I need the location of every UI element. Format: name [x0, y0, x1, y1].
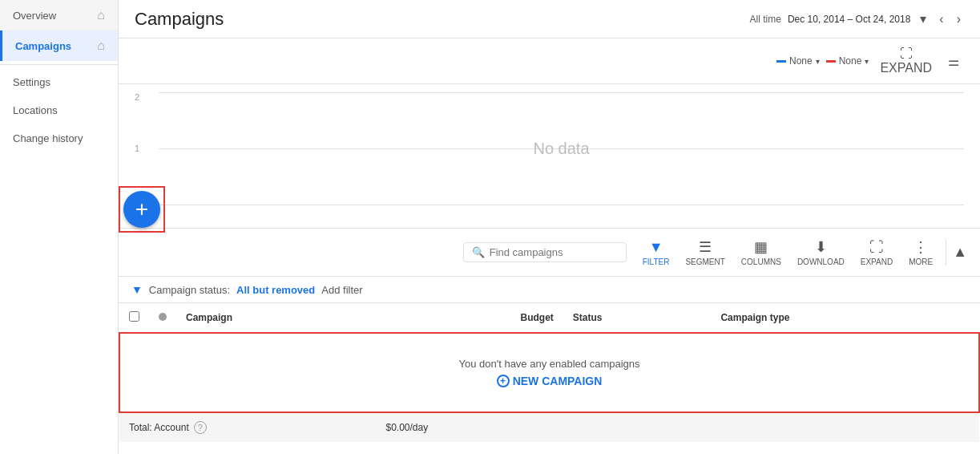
- date-range: Dec 10, 2014 – Oct 24, 2018: [788, 14, 910, 25]
- sidebar-item-settings[interactable]: Settings: [0, 68, 118, 96]
- collapse-btn[interactable]: ▲: [953, 244, 967, 261]
- chart-settings-btn[interactable]: ⚌: [943, 51, 964, 72]
- download-label: DOWNLOAD: [797, 257, 845, 266]
- segment1-dot: [776, 60, 786, 63]
- sidebar-divider: [0, 64, 118, 65]
- new-campaign-btn[interactable]: + NEW CAMPAIGN: [497, 375, 603, 387]
- alltime-label: All time: [750, 14, 781, 25]
- toolbar-divider: [946, 240, 946, 266]
- add-campaign-container: +: [119, 186, 165, 233]
- table-toolbar: 🔍 ▼ FILTER ☰ SEGMENT ▦ COLUMNS ⬇ DOWNLOA…: [119, 229, 980, 277]
- no-data-text: No data: [533, 140, 589, 158]
- th-campaign: Campaign: [176, 303, 376, 333]
- expand-icon: ⛶: [900, 47, 913, 61]
- sidebar-item-label: Settings: [13, 76, 50, 88]
- plus-icon: +: [135, 197, 148, 222]
- th-status-dot: [149, 303, 176, 333]
- empty-message-cell: You don't have any enabled campaigns + N…: [119, 333, 979, 412]
- filter-value: All but removed: [236, 284, 315, 296]
- sidebar-item-label: Campaigns: [15, 40, 71, 52]
- segment-label: SEGMENT: [685, 257, 724, 266]
- status-dot-icon: [159, 313, 167, 321]
- add-btn-highlight: +: [119, 186, 165, 233]
- columns-btn[interactable]: ▦ COLUMNS: [735, 235, 788, 270]
- date-prev-btn[interactable]: ‹: [936, 9, 946, 30]
- segment-toolbar: None ▾ None ▾ ⛶ EXPAND ⚌: [119, 39, 980, 84]
- segment-icon: ☰: [699, 238, 712, 256]
- y-label-2: 2: [135, 92, 139, 102]
- empty-text: You don't have any enabled campaigns: [144, 358, 954, 370]
- filter-text: Campaign status:: [149, 284, 230, 296]
- sidebar-item-label: Locations: [13, 104, 58, 116]
- chart-line-bottom: [159, 205, 964, 205]
- sidebar-item-campaigns[interactable]: Campaigns ⌂: [0, 30, 118, 61]
- expand-table-btn[interactable]: ⛶ EXPAND: [854, 236, 899, 270]
- y-label-1: 1: [135, 144, 139, 153]
- more-icon: ⋮: [913, 238, 928, 256]
- sidebar-item-label: Overview: [13, 10, 56, 22]
- date-next-btn[interactable]: ›: [954, 9, 964, 30]
- sidebar-item-overview[interactable]: Overview ⌂: [0, 0, 118, 30]
- segment1-arrow[interactable]: ▾: [816, 57, 820, 66]
- more-btn[interactable]: ⋮ MORE: [902, 235, 939, 270]
- th-budget: Budget: [376, 303, 563, 333]
- segment2-label: None: [839, 55, 862, 67]
- home-icon: ⌂: [97, 8, 105, 22]
- campaigns-table: Campaign Budget Status Campaign type You…: [119, 303, 980, 442]
- chevron-up-icon: ▲: [953, 244, 967, 260]
- total-type-cell: [711, 412, 979, 442]
- search-icon: 🔍: [472, 246, 485, 258]
- settings-icon: ⚌: [948, 54, 959, 69]
- data-table: Campaign Budget Status Campaign type You…: [119, 303, 980, 454]
- add-campaign-btn[interactable]: +: [123, 191, 160, 228]
- expand-icon: ⛶: [869, 239, 884, 256]
- table-area: 🔍 ▼ FILTER ☰ SEGMENT ▦ COLUMNS ⬇ DOWNLOA…: [119, 229, 980, 454]
- total-status-cell: [563, 412, 712, 442]
- total-budget-cell: $0.00/day: [376, 412, 563, 442]
- empty-row: You don't have any enabled campaigns + N…: [119, 333, 979, 412]
- segment2-arrow[interactable]: ▾: [865, 57, 869, 66]
- help-icon[interactable]: ?: [194, 421, 207, 434]
- date-dropdown-btn[interactable]: ▾: [917, 8, 930, 30]
- segment2-dot: [826, 60, 836, 63]
- total-label: Total: Account: [129, 422, 189, 433]
- segment2: None ▾: [826, 55, 869, 67]
- page-header: Campaigns All time Dec 10, 2014 – Oct 24…: [119, 0, 980, 39]
- total-row: Total: Account ? $0.00/day: [119, 412, 979, 442]
- search-input[interactable]: [490, 246, 618, 258]
- page-title: Campaigns: [135, 9, 224, 30]
- chart-area: 2 1 0 No data: [119, 84, 980, 229]
- th-campaign-type: Campaign type: [711, 303, 979, 333]
- filter-label: FILTER: [643, 257, 670, 266]
- filter-btn[interactable]: ▼ FILTER: [636, 236, 676, 270]
- download-icon: ⬇: [815, 238, 827, 256]
- segment-btn[interactable]: ☰ SEGMENT: [679, 235, 731, 270]
- sidebar-item-locations[interactable]: Locations: [0, 96, 118, 124]
- expand-chart-btn[interactable]: ⛶ EXPAND: [875, 43, 937, 79]
- total-label-cell: Total: Account ?: [119, 412, 376, 442]
- filter-row: ▼ Campaign status: All but removed Add f…: [119, 277, 980, 303]
- filter-funnel-icon: ▼: [131, 283, 143, 296]
- th-status: Status: [563, 303, 712, 333]
- new-campaign-label: NEW CAMPAIGN: [513, 375, 603, 387]
- sidebar: Overview ⌂ Campaigns ⌂ Settings Location…: [0, 0, 119, 454]
- header-right: All time Dec 10, 2014 – Oct 24, 2018 ▾ ‹…: [750, 8, 964, 30]
- expand-label: EXPAND: [880, 61, 932, 75]
- search-box[interactable]: 🔍: [463, 242, 627, 262]
- plus-circle-icon: +: [497, 375, 510, 387]
- sidebar-item-change-history[interactable]: Change history: [0, 124, 118, 152]
- add-filter-btn[interactable]: Add filter: [321, 284, 362, 296]
- home-icon: ⌂: [97, 39, 105, 53]
- chart-line-top: [159, 92, 964, 93]
- sidebar-item-label: Change history: [13, 132, 83, 144]
- table-header-row: Campaign Budget Status Campaign type: [119, 303, 979, 333]
- main-content: Campaigns All time Dec 10, 2014 – Oct 24…: [119, 0, 980, 454]
- expand-label: EXPAND: [861, 257, 893, 266]
- select-all-checkbox[interactable]: [129, 311, 139, 322]
- columns-label: COLUMNS: [741, 257, 781, 266]
- chart-lines: No data: [159, 92, 964, 205]
- more-label: MORE: [909, 257, 933, 266]
- columns-icon: ▦: [754, 238, 768, 256]
- download-btn[interactable]: ⬇ DOWNLOAD: [791, 235, 851, 270]
- th-checkbox: [119, 303, 149, 333]
